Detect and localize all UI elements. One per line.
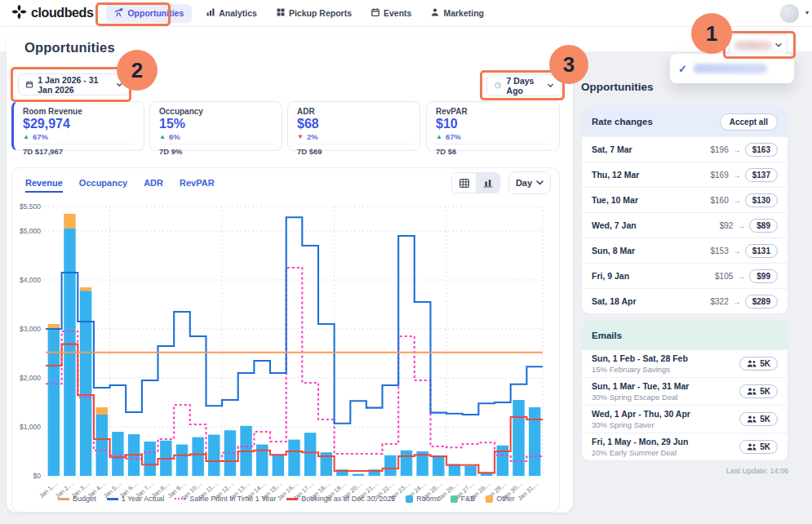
rate-new-price-pill[interactable]: $89	[749, 219, 778, 233]
email-reach-pill[interactable]: 5K	[739, 357, 778, 371]
legend-fnb: F&B	[450, 495, 476, 503]
main-content-card: Opportunities 1 Jan 2026 - 31 Jan 2026 7…	[7, 33, 573, 513]
calendar-icon	[26, 80, 33, 89]
nav-item-opportunities[interactable]: Opportunities	[106, 4, 192, 23]
svg-text:$3,000: $3,000	[20, 325, 41, 333]
email-reach-pill[interactable]: 5K	[739, 384, 778, 398]
date-range-selector[interactable]: 1 Jan 2026 - 31 Jan 2026	[18, 73, 131, 95]
chart-legend: Budget 1 Year Actual Same Point in Time …	[12, 495, 561, 503]
rate-row[interactable]: Thu, 12 Mar $169→$137	[582, 162, 788, 187]
nav-label-analytics: Analytics	[219, 8, 257, 18]
budget-line-swatch	[58, 498, 69, 500]
rate-date: Thu, 12 Mar	[592, 170, 639, 180]
kpi-card-adr[interactable]: ADR $68 ▼2% 7D $69	[287, 101, 420, 151]
people-icon	[747, 443, 757, 451]
tab-adr[interactable]: ADR	[144, 178, 163, 193]
reach-count: 5K	[760, 387, 770, 396]
user-avatar[interactable]	[780, 4, 799, 23]
rate-row[interactable]: Sat, 18 Apr $322→$289	[582, 288, 788, 313]
nav-label-opportunities: Opportunities	[127, 8, 184, 18]
arrow-right-icon: →	[733, 196, 741, 205]
revenue-chart: $0$1,000$2,000$3,000$4,000$5,000$5,500Ja…	[12, 198, 551, 508]
accept-all-button[interactable]: Accept all	[720, 113, 778, 131]
rate-date: Sat, 7 Mar	[592, 144, 632, 154]
email-range: Fri, 1 May - Mon, 29 Jun	[592, 437, 688, 447]
svg-text:$1,000: $1,000	[20, 423, 41, 431]
emails-header: Emails	[582, 322, 788, 349]
email-deal: 30% Spring Escape Deal	[592, 393, 689, 402]
nav-item-pickup-reports[interactable]: Pickup Reports	[277, 8, 352, 18]
last-update: Last Update: 14:06	[581, 467, 788, 475]
rate-new-price-pill[interactable]: $289	[745, 295, 778, 309]
legend-label: F&B	[461, 495, 476, 503]
rate-row[interactable]: Fri, 9 Jan $105→$99	[582, 263, 788, 288]
rate-new-price-pill[interactable]: $137	[745, 168, 778, 182]
reach-count: 5K	[760, 442, 770, 451]
chart-tabs: Revenue Occupancy ADR RevPAR	[25, 178, 215, 193]
nav-item-events[interactable]: Events	[371, 8, 411, 18]
tab-revpar[interactable]: RevPAR	[180, 178, 215, 193]
comparison-selector[interactable]: 7 Days Ago	[486, 74, 561, 96]
rate-row[interactable]: Sun, 8 Mar $153→$131	[582, 238, 788, 263]
rate-new-price-pill[interactable]: $99	[749, 269, 778, 283]
opportunities-panel-title: Opportunities	[581, 81, 654, 93]
legend-label: Other	[496, 495, 515, 503]
comparison-label: 7 Days Ago	[507, 76, 543, 95]
delta-up-icon: ▲	[159, 133, 166, 140]
svg-text:$5,500: $5,500	[20, 202, 41, 211]
callout-1: 1	[691, 13, 732, 54]
email-row[interactable]: Sun, 1 Feb - Sat, 28 Feb15% February Sav…	[582, 349, 788, 377]
email-row[interactable]: Sun, 1 Mar - Tue, 31 Mar30% Spring Escap…	[582, 377, 788, 405]
email-reach-pill[interactable]: 5K	[739, 440, 778, 454]
emails-card: Emails Sun, 1 Feb - Sat, 28 Feb15% Febru…	[581, 321, 788, 461]
pit-line-swatch	[175, 498, 186, 500]
rate-row[interactable]: Tue, 10 Mar $160→$130	[582, 187, 788, 212]
kpi-delta-value: 6%	[169, 132, 180, 141]
rate-row[interactable]: Sat, 7 Mar $196→$163	[582, 136, 788, 162]
period-label: Day	[516, 178, 532, 188]
legend-label: Same Point in Time 1 Year	[189, 495, 276, 503]
callout-2: 2	[117, 50, 158, 91]
rate-new-price-pill[interactable]: $163	[745, 143, 778, 157]
person-icon	[431, 8, 439, 18]
kpi-card-occupancy[interactable]: Occupancy 15% ▲6% 7D 9%	[149, 101, 282, 151]
arrow-right-icon: →	[733, 145, 741, 154]
fnb-swatch	[450, 495, 458, 503]
rate-changes-header: Rate changes Accept all	[582, 107, 788, 136]
rate-date: Tue, 10 Mar	[592, 195, 638, 205]
callout-1-number: 1	[706, 21, 717, 47]
nav-item-marketing[interactable]: Marketing	[431, 8, 484, 18]
legend-bookings: Bookings as of Dec 30, 2025	[286, 495, 395, 503]
kpi-card-revpar[interactable]: RevPAR $10 ▲67% 7D $6	[426, 101, 560, 151]
kpi-delta-value: 67%	[33, 132, 48, 141]
rate-old-price: $160	[711, 196, 729, 205]
rate-row[interactable]: Wed, 7 Jan $92→$89	[582, 212, 788, 238]
nav-item-analytics[interactable]: Analytics	[206, 8, 257, 18]
email-row[interactable]: Fri, 1 May - Mon, 29 Jun20% Early Summer…	[582, 433, 788, 460]
email-reach-pill[interactable]: 5K	[739, 412, 778, 426]
tab-revenue[interactable]: Revenue	[25, 178, 63, 193]
property-dropdown-menu[interactable]: ✓	[670, 54, 794, 83]
rate-new-price-pill[interactable]: $131	[745, 244, 778, 258]
property-selector[interactable]	[729, 34, 788, 56]
rate-old-price: $196	[711, 145, 729, 154]
kpi-previous-value: 7D $17,967	[23, 147, 135, 156]
rate-date: Wed, 7 Jan	[592, 220, 637, 230]
kpi-card-room-revenue[interactable]: Room Revenue $29,974 ▲67% 7D $17,967	[11, 101, 144, 151]
chart-view-button[interactable]	[476, 173, 499, 193]
period-selector[interactable]: Day	[508, 171, 551, 194]
avatar-caret-icon[interactable]: ▾	[805, 9, 809, 16]
calendar-icon	[371, 8, 379, 18]
page-title: Opportunities	[24, 40, 115, 56]
date-range-label: 1 Jan 2026 - 31 Jan 2026	[38, 75, 112, 95]
arrow-right-icon: →	[737, 221, 745, 230]
tab-occupancy[interactable]: Occupancy	[79, 178, 127, 193]
rate-new-price-pill[interactable]: $130	[745, 193, 778, 207]
rate-date: Fri, 9 Jan	[592, 271, 629, 281]
bookings-line-swatch	[286, 498, 298, 500]
table-view-button[interactable]	[452, 173, 476, 193]
email-row[interactable]: Wed, 1 Apr - Thu, 30 Apr30% Spring Saver…	[582, 405, 788, 433]
brand[interactable]: cloudbeds	[11, 4, 93, 23]
people-icon	[747, 415, 757, 423]
rate-old-price: $322	[711, 297, 729, 306]
